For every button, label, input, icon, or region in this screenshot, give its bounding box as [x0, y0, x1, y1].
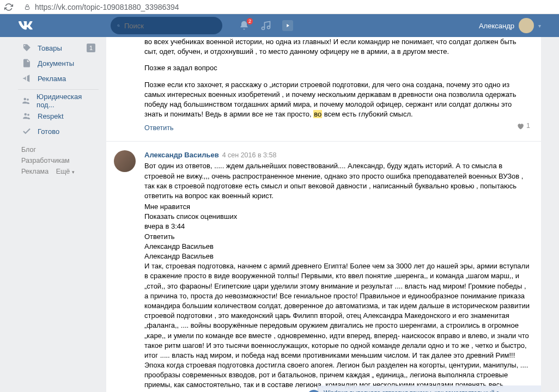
vk-header: 2 Александр ▾ — [0, 14, 559, 37]
check-icon — [21, 126, 32, 137]
sidebar-item-respekt[interactable]: Respekt — [18, 108, 99, 124]
avatar[interactable] — [114, 150, 136, 172]
sidebar-item-ads[interactable]: Реклама — [18, 71, 99, 86]
main-content: во всех учебниках военной истории, но од… — [106, 37, 541, 392]
author-link[interactable]: Александр Васильев — [144, 242, 530, 252]
post-text: во всех учебниках военной истории, но од… — [144, 37, 530, 57]
like-button[interactable]: 1 — [517, 121, 530, 131]
notif-count: 2 — [247, 18, 253, 24]
sidebar-item-goods[interactable]: Товары 1 — [18, 40, 99, 56]
svg-point-3 — [27, 99, 29, 101]
document-icon — [21, 58, 32, 69]
svg-point-5 — [27, 114, 29, 116]
divider — [106, 141, 541, 142]
sidebar: Товары 1 Документы Реклама Юридическая п… — [18, 37, 99, 392]
sidebar-item-label: Готово — [38, 127, 59, 136]
reply-button[interactable]: Ответить — [144, 124, 173, 133]
sidebar-item-label: Документы — [38, 59, 74, 68]
post-header: Александр Васильев 4 сен 2016 в 3:58 — [144, 150, 530, 161]
vk-logo[interactable] — [18, 18, 33, 33]
reply-button[interactable]: Ответить — [144, 232, 530, 242]
chevron-down-icon: ▾ — [538, 23, 541, 29]
notifications-icon[interactable]: 2 — [239, 20, 250, 31]
heart-icon — [517, 122, 524, 130]
windows-notification[interactable]: ⓘ Windows выполняла отправил приемы, как… — [318, 385, 541, 392]
group-icon — [21, 111, 32, 121]
post-date: 4 сен 2016 в 3:58 — [222, 151, 277, 161]
sidebar-item-label: Юридическая под... — [37, 93, 95, 109]
author-link[interactable]: Александр Васильев — [144, 150, 219, 160]
video-icon[interactable] — [282, 20, 293, 31]
svg-point-1 — [118, 24, 119, 26]
lock-icon — [24, 4, 31, 10]
post2: Александр Васильев 4 сен 2016 в 3:58 Вот… — [106, 147, 541, 392]
like-label[interactable]: Мне нравится — [144, 202, 530, 212]
tag-icon — [21, 42, 32, 53]
user-menu[interactable]: Александр ▾ — [479, 18, 541, 33]
post-text: Позже если кто захочет, я расскажу о „ис… — [144, 80, 530, 120]
text-highlight: во — [313, 110, 322, 118]
url-text: https://vk.com/topic-109081880_33986394 — [35, 3, 179, 11]
sidebar-item-docs[interactable]: Документы — [18, 56, 99, 71]
search-input[interactable] — [124, 22, 216, 30]
post-text: Позже я задал вопрос — [144, 63, 530, 73]
footer-ads2[interactable]: Реклама — [21, 168, 48, 175]
post-text: Вот один из ответов, ..... ждем дальнейш… — [144, 161, 530, 201]
sidebar-item-legal[interactable]: Юридическая под... — [18, 93, 99, 108]
footer-devs[interactable]: Разработчикам — [21, 157, 70, 164]
search-box[interactable] — [111, 17, 222, 34]
sidebar-item-label: Реклама — [38, 75, 66, 83]
megaphone-icon — [21, 73, 32, 84]
group-icon — [21, 95, 31, 106]
sidebar-item-label: Respekt — [38, 112, 64, 120]
footer-more[interactable]: Ещё ▾ — [56, 168, 75, 175]
post-time: вчера в 3:44 — [144, 222, 530, 231]
footer-blog[interactable]: Блог — [21, 146, 36, 154]
sidebar-footer: Блог Разработчикам Реклама Ещё ▾ — [18, 139, 99, 183]
avatar — [519, 18, 534, 33]
user-name: Александр — [479, 22, 514, 30]
svg-point-4 — [25, 113, 27, 116]
reload-icon[interactable] — [4, 3, 13, 11]
url-bar[interactable]: https://vk.com/topic-109081880_33986394 — [20, 2, 555, 13]
like-count: 1 — [526, 121, 530, 131]
sidebar-badge: 1 — [87, 44, 95, 52]
show-rated-list[interactable]: Показать список оценивших — [144, 212, 530, 222]
sidebar-item-label: Товары — [38, 44, 62, 52]
post-text: И так, строевая подготовка, начнем с арм… — [144, 261, 530, 392]
author-link[interactable]: Александр Васильев — [144, 252, 530, 261]
music-icon[interactable] — [260, 20, 271, 31]
sidebar-item-done[interactable]: Готово — [18, 124, 99, 139]
svg-rect-0 — [26, 7, 29, 9]
browser-toolbar: https://vk.com/topic-109081880_33986394 — [0, 0, 559, 14]
svg-point-2 — [24, 98, 27, 101]
divider — [18, 89, 99, 90]
search-icon — [117, 22, 120, 29]
post1-body: во всех учебниках военной истории, но од… — [106, 37, 541, 133]
